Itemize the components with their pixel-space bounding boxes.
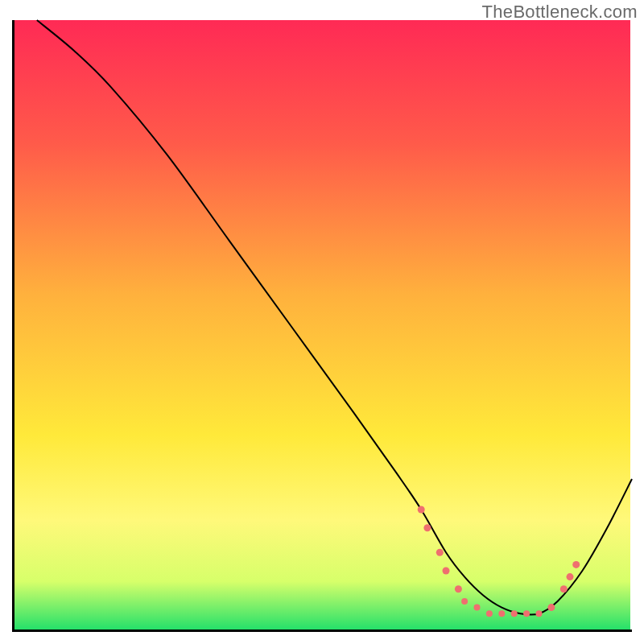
marker-dot bbox=[474, 605, 481, 611]
marker-dot bbox=[560, 585, 568, 592]
marker-dot bbox=[547, 604, 555, 611]
plot-svg bbox=[12, 20, 632, 632]
marker-dot bbox=[567, 573, 574, 580]
marker-dot bbox=[423, 524, 431, 531]
marker-dot bbox=[523, 610, 530, 617]
marker-dot bbox=[536, 610, 543, 617]
chart-canvas: TheBottleneck.com bbox=[0, 0, 644, 644]
marker-dot bbox=[455, 585, 462, 592]
gradient-background bbox=[14, 20, 630, 630]
marker-dot bbox=[572, 561, 580, 568]
marker-dot bbox=[511, 610, 518, 617]
marker-dot bbox=[418, 506, 425, 514]
y-axis-line bbox=[12, 20, 14, 632]
marker-dot bbox=[498, 610, 505, 617]
marker-dot bbox=[436, 549, 444, 556]
marker-dot bbox=[486, 610, 493, 617]
marker-dot bbox=[461, 598, 468, 605]
x-axis-line bbox=[12, 630, 632, 632]
marker-dot bbox=[443, 568, 450, 575]
plot-area bbox=[12, 20, 632, 632]
